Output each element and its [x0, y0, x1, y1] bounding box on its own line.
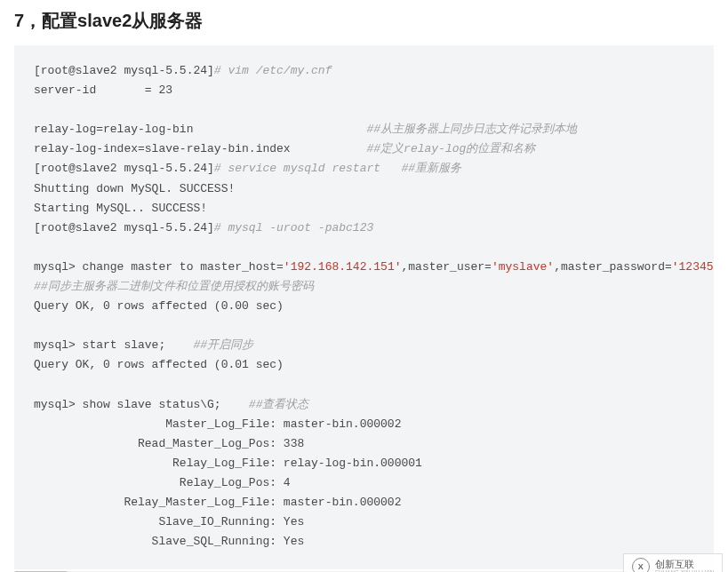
shell-prompt: [root@slave2 mysql-5.5.24]	[34, 162, 214, 175]
code-line: Read_Master_Log_Pos: 338	[34, 437, 304, 450]
comment: ##同步主服务器二进制文件和位置使用授权的账号密码	[34, 280, 314, 293]
string-literal: 'myslave'	[492, 260, 554, 274]
shell-command: # service mysqld restart	[214, 162, 402, 175]
comment: ##重新服务	[401, 162, 461, 175]
code-line: Relay_Log_File: relay-log-bin.000001	[34, 457, 422, 470]
shell-prompt: [root@slave2 mysql-5.5.24]	[34, 64, 214, 77]
shell-prompt: [root@slave2 mysql-5.5.24]	[34, 221, 214, 234]
pad	[193, 123, 366, 136]
shell-command: # vim /etc/my.cnf	[214, 64, 332, 77]
code-line: Slave_SQL_Running: Yes	[34, 535, 304, 548]
comment: ##开启同步	[193, 338, 253, 352]
comment: ##从主服务器上同步日志文件记录到本地	[366, 123, 577, 136]
code-line: Starting MySQL.. SUCCESS!	[34, 202, 207, 215]
code-line: Query OK, 0 rows affected (0.01 sec)	[34, 358, 284, 371]
code-line: Query OK, 0 rows affected (0.00 sec)	[34, 299, 284, 313]
code-line: Relay_Master_Log_File: master-bin.000002	[34, 496, 401, 509]
shell-command: # mysql -uroot -pabc123	[214, 221, 373, 234]
code-line: relay-log-index=slave-relay-bin.index	[34, 142, 291, 155]
code-line: ,master_user=	[401, 260, 491, 274]
code-line: Slave_IO_Running: Yes	[34, 515, 304, 528]
code-line: Shutting down MySQL. SUCCESS!	[34, 182, 235, 195]
string-literal: '192.168.142.151'	[284, 260, 402, 274]
code-line: relay-log=relay-log-bin	[34, 123, 193, 136]
comment: ##查看状态	[249, 398, 309, 411]
code-line: Master_Log_File: master-bin.000002	[34, 417, 401, 431]
string-literal: '123456'	[672, 260, 714, 274]
comment: ##定义relay-log的位置和名称	[366, 142, 535, 155]
code-line: ,master_password=	[554, 260, 672, 274]
code-block: [root@slave2 mysql-5.5.24]# vim /etc/my.…	[14, 45, 714, 569]
code-line: Relay_Log_Pos: 4	[34, 476, 291, 489]
code-line: mysql> change master to master_host=	[34, 260, 284, 274]
code-line: mysql> start slave;	[34, 338, 193, 352]
code-line: server-id = 23	[34, 83, 172, 97]
code-line: mysql> show slave status\G;	[34, 398, 249, 411]
pad	[291, 142, 367, 155]
section-heading: 7，配置slave2从服务器	[14, 9, 714, 33]
